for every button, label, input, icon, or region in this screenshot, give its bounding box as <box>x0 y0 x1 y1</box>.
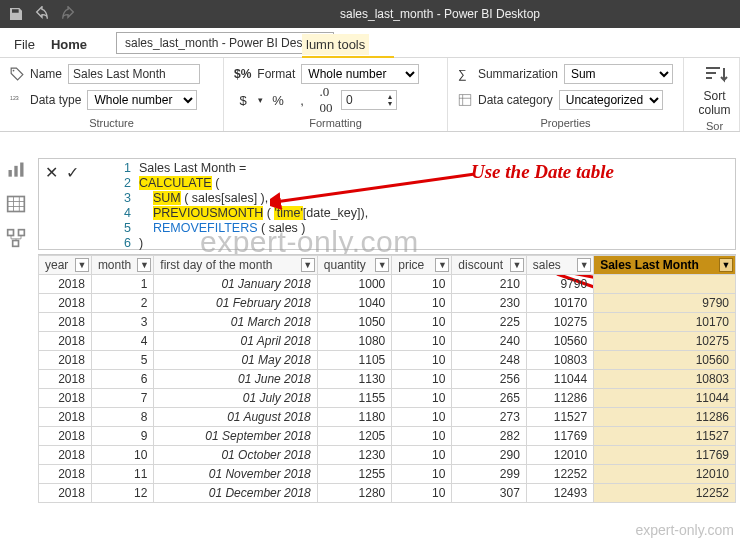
tab-file[interactable]: File <box>14 31 35 57</box>
cell[interactable]: 1180 <box>317 408 392 427</box>
cell[interactable]: 10275 <box>526 313 593 332</box>
cell[interactable]: 10 <box>392 294 452 313</box>
table-row[interactable]: 20181101 November 2018125510299122521201… <box>39 465 736 484</box>
tab-column-tools[interactable]: lumn tools <box>302 34 369 55</box>
table-row[interactable]: 2018701 July 20181155102651128611044 <box>39 389 736 408</box>
table-row[interactable]: 2018401 April 20181080102401056010275 <box>39 332 736 351</box>
cell[interactable]: 1230 <box>317 446 392 465</box>
table-row[interactable]: 20181001 October 20181230102901201011769 <box>39 446 736 465</box>
cell[interactable]: 01 October 2018 <box>154 446 317 465</box>
cell[interactable]: 248 <box>452 351 527 370</box>
table-row[interactable]: 20181201 December 2018128010307124931225… <box>39 484 736 503</box>
column-header[interactable]: year▼ <box>39 256 92 275</box>
column-header[interactable]: price▼ <box>392 256 452 275</box>
cell[interactable]: 10170 <box>594 313 736 332</box>
undo-icon[interactable] <box>34 6 50 22</box>
cell[interactable]: 10803 <box>594 370 736 389</box>
cell[interactable]: 4 <box>91 332 153 351</box>
cell[interactable]: 210 <box>452 275 527 294</box>
cell[interactable]: 01 July 2018 <box>154 389 317 408</box>
cell[interactable]: 3 <box>91 313 153 332</box>
cell[interactable]: 11286 <box>526 389 593 408</box>
thousands-button[interactable]: , <box>293 91 311 109</box>
cell[interactable]: 10 <box>392 313 452 332</box>
cell[interactable]: 1000 <box>317 275 392 294</box>
data-grid[interactable]: year▼month▼first day of the month▼quanti… <box>38 254 736 503</box>
cell[interactable]: 11 <box>91 465 153 484</box>
save-icon[interactable] <box>8 6 24 22</box>
cell[interactable]: 10 <box>392 370 452 389</box>
cell[interactable]: 9 <box>91 427 153 446</box>
column-header[interactable]: quantity▼ <box>317 256 392 275</box>
report-view-icon[interactable] <box>6 160 26 180</box>
cell[interactable]: 2 <box>91 294 153 313</box>
table-row[interactable]: 2018201 February 2018104010230101709790 <box>39 294 736 313</box>
cell[interactable]: 12252 <box>594 484 736 503</box>
cell[interactable]: 2018 <box>39 427 92 446</box>
currency-button[interactable]: $ <box>234 91 252 109</box>
cell[interactable]: 11044 <box>594 389 736 408</box>
cell[interactable]: 12010 <box>594 465 736 484</box>
cell[interactable]: 01 April 2018 <box>154 332 317 351</box>
cell[interactable]: 2018 <box>39 332 92 351</box>
cell[interactable]: 10275 <box>594 332 736 351</box>
cell[interactable]: 10 <box>392 389 452 408</box>
cell[interactable]: 01 March 2018 <box>154 313 317 332</box>
commit-formula-icon[interactable]: ✓ <box>66 163 79 182</box>
cell[interactable]: 11769 <box>526 427 593 446</box>
cell[interactable]: 11044 <box>526 370 593 389</box>
table-row[interactable]: 2018101 January 20181000102109790 <box>39 275 736 294</box>
cell[interactable]: 12493 <box>526 484 593 503</box>
cell[interactable]: 10 <box>392 332 452 351</box>
cell[interactable]: 11769 <box>594 446 736 465</box>
cell[interactable]: 7 <box>91 389 153 408</box>
cell[interactable]: 01 December 2018 <box>154 484 317 503</box>
table-row[interactable]: 2018601 June 20181130102561104410803 <box>39 370 736 389</box>
cell[interactable]: 1105 <box>317 351 392 370</box>
name-field[interactable]: Sales Last Month <box>68 64 200 84</box>
cell[interactable]: 11286 <box>594 408 736 427</box>
cell[interactable]: 9790 <box>526 275 593 294</box>
cell[interactable]: 240 <box>452 332 527 351</box>
redo-icon[interactable] <box>60 6 76 22</box>
summarization-select[interactable]: Sum <box>564 64 673 84</box>
cell[interactable]: 2018 <box>39 389 92 408</box>
cell[interactable]: 01 May 2018 <box>154 351 317 370</box>
table-row[interactable]: 2018301 March 20181050102251027510170 <box>39 313 736 332</box>
cell[interactable]: 10560 <box>594 351 736 370</box>
cell[interactable]: 1040 <box>317 294 392 313</box>
cell[interactable]: 282 <box>452 427 527 446</box>
cell[interactable]: 01 June 2018 <box>154 370 317 389</box>
cell[interactable]: 11527 <box>526 408 593 427</box>
cell[interactable]: 11527 <box>594 427 736 446</box>
column-header[interactable]: month▼ <box>91 256 153 275</box>
cell[interactable]: 230 <box>452 294 527 313</box>
cancel-formula-icon[interactable]: ✕ <box>45 163 58 182</box>
cell[interactable]: 10 <box>392 446 452 465</box>
cell[interactable]: 2018 <box>39 313 92 332</box>
cell[interactable]: 12252 <box>526 465 593 484</box>
cell[interactable]: 01 January 2018 <box>154 275 317 294</box>
data-view-icon[interactable] <box>6 194 26 214</box>
cell[interactable]: 10 <box>392 465 452 484</box>
column-header[interactable]: Sales Last Month▼ <box>594 256 736 275</box>
table-row[interactable]: 2018801 August 20181180102731152711286 <box>39 408 736 427</box>
cell[interactable]: 1080 <box>317 332 392 351</box>
cell[interactable]: 10 <box>392 408 452 427</box>
cell[interactable]: 5 <box>91 351 153 370</box>
percent-button[interactable]: % <box>269 91 287 109</box>
cell[interactable]: 9790 <box>594 294 736 313</box>
cell[interactable]: 01 November 2018 <box>154 465 317 484</box>
cell[interactable]: 1130 <box>317 370 392 389</box>
category-select[interactable]: Uncategorized <box>559 90 663 110</box>
cell[interactable]: 10 <box>392 351 452 370</box>
cell[interactable]: 10170 <box>526 294 593 313</box>
cell[interactable]: 1280 <box>317 484 392 503</box>
cell[interactable]: 1155 <box>317 389 392 408</box>
column-header[interactable]: sales▼ <box>526 256 593 275</box>
cell[interactable] <box>594 275 736 294</box>
format-select[interactable]: Whole number <box>301 64 419 84</box>
cell[interactable]: 01 August 2018 <box>154 408 317 427</box>
cell[interactable]: 2018 <box>39 465 92 484</box>
cell[interactable]: 265 <box>452 389 527 408</box>
